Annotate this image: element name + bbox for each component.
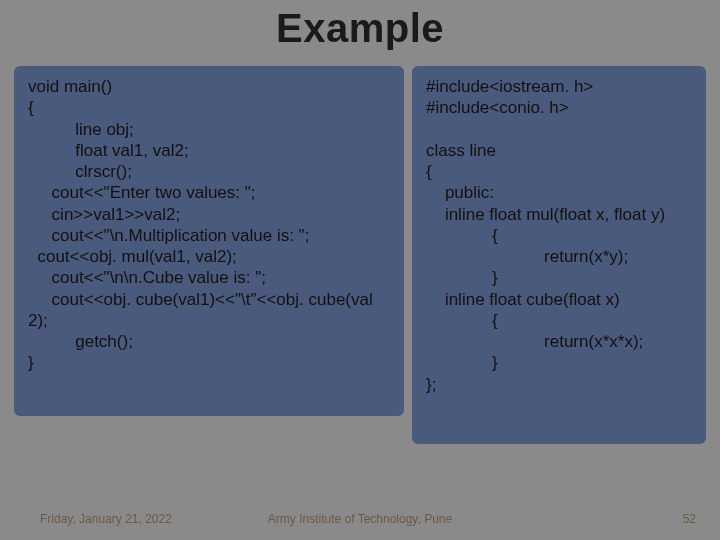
slide: Example void main() { line obj; float va… [0,0,720,540]
slide-footer: Friday, January 21, 2022 Army Institute … [0,512,720,530]
code-panel-right: #include<iostream. h> #include<conio. h>… [412,66,706,444]
footer-page-number: 52 [683,512,696,526]
footer-org: Army Institute of Technology, Pune [0,512,720,526]
code-block-main: void main() { line obj; float val1, val2… [28,76,390,374]
code-panel-left: void main() { line obj; float val1, val2… [14,66,404,416]
code-block-class: #include<iostream. h> #include<conio. h>… [426,76,692,395]
slide-title: Example [0,0,720,51]
